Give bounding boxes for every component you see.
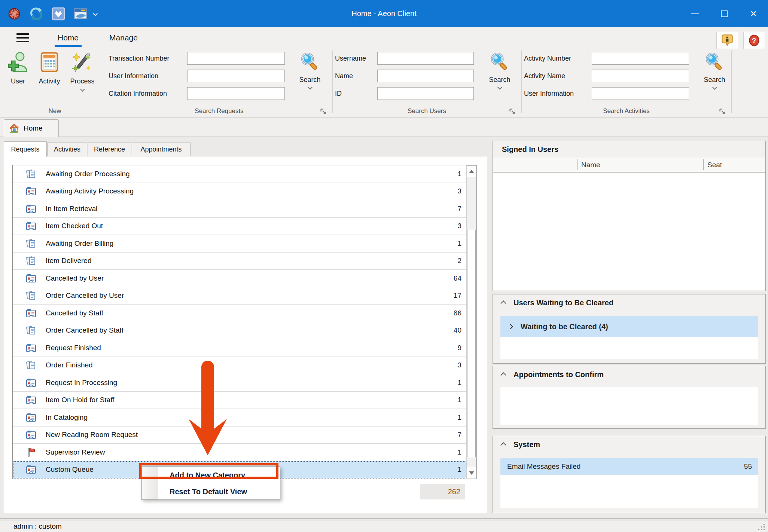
queue-row[interactable]: Order Cancelled by Staff40	[13, 322, 467, 340]
process-dropdown-icon	[80, 87, 85, 92]
close-icon: ✕	[750, 9, 757, 18]
queue-row[interactable]: AItem On Hold for Staff1	[13, 392, 467, 409]
maximize-icon	[721, 10, 728, 17]
column-seat[interactable]: Seat	[707, 158, 722, 172]
dialog-launcher-icon[interactable]	[719, 108, 726, 115]
queue-count: 9	[457, 344, 467, 352]
queue-row[interactable]: Item Delivered2	[13, 253, 467, 270]
group-caption-search-activities: Search Activities	[521, 107, 731, 116]
expand-icon[interactable]	[508, 324, 513, 329]
search-requests-button[interactable]: Search	[294, 51, 326, 108]
ribbon-separator	[731, 51, 732, 113]
collapse-icon[interactable]	[500, 372, 506, 378]
search-activities-button[interactable]: Search	[699, 51, 730, 108]
new-process-button[interactable]: Process	[66, 49, 99, 104]
column-separator[interactable]	[577, 159, 577, 170]
activity-number-input[interactable]	[592, 52, 689, 65]
search-icon	[489, 51, 511, 73]
activity-name-label: Activity Name	[524, 70, 565, 82]
queue-row[interactable]: Awaiting Order Processing1	[13, 165, 467, 183]
document-tab-home[interactable]: Home	[4, 119, 59, 137]
minimize-icon	[691, 13, 699, 14]
svg-text:A: A	[28, 189, 31, 194]
queue-row[interactable]: ACancelled by User64	[13, 270, 467, 287]
dialog-launcher-icon[interactable]	[509, 108, 516, 115]
queue-row[interactable]: Order Finished3	[13, 357, 467, 374]
column-name[interactable]: Name	[581, 158, 600, 172]
queue-count: 1	[457, 239, 467, 248]
queue-label: Item On Hold for Staff	[46, 396, 114, 404]
menu-item-reset-to-default-view[interactable]: Reset To Default View	[142, 483, 280, 500]
queue-row[interactable]: ARequest Finished9	[13, 339, 467, 357]
ribbon-tab-manage[interactable]: Manage	[107, 32, 140, 44]
about-button[interactable]	[716, 32, 738, 49]
name-label: Name	[335, 70, 353, 82]
scrollbar-thumb[interactable]	[467, 230, 476, 457]
queue-label: New Reading Room Request	[46, 431, 138, 439]
ribbon-tab-home[interactable]: Home	[55, 32, 81, 44]
minimize-button[interactable]	[680, 0, 710, 27]
queue-label: Awaiting Activity Processing	[46, 187, 134, 195]
tab-requests[interactable]: Requests	[4, 141, 47, 157]
system-panel: System Email Messages Failed 55	[493, 436, 766, 513]
tab-activities[interactable]: Activities	[47, 143, 87, 156]
resize-grip-icon[interactable]	[758, 523, 766, 531]
activity-user-information-input[interactable]	[592, 87, 689, 100]
signed-in-users-body	[493, 173, 765, 290]
waiting-to-be-cleared-item[interactable]: Waiting to be Cleared (4)	[500, 316, 758, 337]
collapse-icon[interactable]	[500, 300, 506, 306]
menu-hamburger-icon[interactable]	[16, 33, 29, 42]
id-input[interactable]	[377, 87, 474, 100]
tab-reference[interactable]: Reference	[88, 143, 131, 156]
scrollbar[interactable]	[466, 165, 476, 479]
queue-row[interactable]: Supervisor Review1	[13, 444, 467, 461]
window-switcher-icon[interactable]	[73, 7, 88, 21]
refresh-icon[interactable]	[29, 7, 43, 21]
new-activity-button[interactable]: Activity	[33, 49, 66, 104]
request-queue-icon: A	[25, 308, 37, 319]
search-requests-label: Search	[299, 76, 320, 84]
queue-label: Order Cancelled by Staff	[46, 326, 124, 334]
title-bar: Home - Aeon Client ✕	[0, 0, 768, 27]
chevron-down-icon[interactable]	[93, 11, 98, 16]
queue-row[interactable]: ACancelled by Staff86	[13, 305, 467, 322]
queue-row[interactable]: Awaiting Order Billing1	[13, 235, 467, 253]
collapse-icon[interactable]	[500, 442, 506, 448]
transaction-number-input[interactable]	[187, 52, 285, 65]
queue-row[interactable]: AIn Cataloging1	[13, 409, 467, 426]
dialog-launcher-icon[interactable]	[320, 108, 327, 115]
queue-row[interactable]: Order Cancelled by User17	[13, 287, 467, 305]
queue-label: Cancelled by User	[46, 274, 104, 282]
help-button[interactable]: ?	[743, 32, 765, 49]
window-title: Home - Aeon Client	[0, 9, 768, 18]
name-input[interactable]	[377, 70, 474, 82]
id-label: ID	[335, 87, 342, 100]
queue-count: 2	[457, 257, 467, 265]
order-documents-icon	[25, 325, 37, 336]
activity-name-input[interactable]	[592, 70, 689, 82]
email-messages-failed-row[interactable]: Email Messages Failed 55	[500, 458, 758, 475]
search-users-button[interactable]: Search	[484, 51, 515, 108]
svg-text:A: A	[28, 224, 31, 229]
queue-row[interactable]: ANew Reading Room Request7	[13, 426, 467, 444]
new-user-button[interactable]: User	[1, 49, 34, 104]
scroll-up-button[interactable]	[467, 165, 476, 177]
close-button[interactable]: ✕	[739, 0, 768, 27]
scroll-down-button[interactable]	[467, 467, 476, 479]
citation-information-input[interactable]	[187, 87, 285, 100]
queue-row[interactable]: AIn Item Retrieval7	[13, 200, 467, 218]
validate-icon[interactable]	[52, 7, 65, 21]
queue-count: 3	[457, 222, 467, 230]
svg-text:A: A	[28, 398, 31, 403]
tab-appointments[interactable]: Appointments	[132, 143, 191, 156]
username-input[interactable]	[377, 52, 474, 65]
queue-row[interactable]: AItem Checked Out3	[13, 218, 467, 235]
column-separator[interactable]	[703, 159, 704, 170]
queue-label: Order Finished	[46, 361, 93, 369]
user-information-input[interactable]	[187, 70, 285, 82]
queue-row[interactable]: AAwaiting Activity Processing3	[13, 183, 467, 201]
svg-text:A: A	[28, 346, 31, 351]
queue-row[interactable]: ARequest In Processing1	[13, 374, 467, 392]
menu-item-add-to-new-category[interactable]: Add to New Category	[142, 467, 280, 483]
maximize-button[interactable]	[710, 0, 739, 27]
